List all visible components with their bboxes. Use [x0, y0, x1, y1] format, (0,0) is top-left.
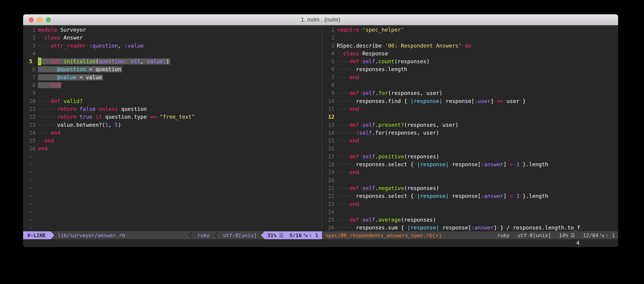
code-token: |response|	[407, 225, 439, 231]
code-token: ·	[121, 43, 124, 49]
code-token: Response	[362, 51, 388, 57]
close-button[interactable]	[29, 17, 34, 22]
code-token: user)	[442, 122, 458, 128]
code-token: ==	[497, 98, 503, 104]
code-line: 25····def·self.average(responses)	[322, 216, 618, 224]
code-token: ·	[60, 35, 64, 41]
code-token: (responses)	[401, 217, 436, 223]
code-token: ·	[398, 43, 401, 49]
code-token: ·	[359, 153, 362, 159]
zoom-button[interactable]	[46, 17, 51, 22]
code-line: 16end	[23, 144, 322, 152]
titlebar[interactable]: 1. nvim . (nvim)	[23, 14, 618, 25]
filetype-label: ruby	[193, 231, 214, 239]
line-number-icon: LN	[600, 233, 604, 238]
empty-buffer-line: ~	[23, 224, 322, 231]
code-token: ······	[337, 130, 356, 136]
line-number: 15	[328, 137, 334, 144]
code-token: user	[506, 98, 519, 104]
code-token: ·	[86, 43, 89, 49]
code-token: ······	[38, 74, 57, 80]
showcmd-count: 4	[576, 239, 580, 247]
mode-indicator: V-LINE	[23, 231, 51, 239]
code-line: 9····def·self.for(responses,·user)	[322, 89, 618, 97]
code-token: ·	[57, 27, 60, 33]
code-token: {	[404, 98, 407, 104]
code-token: ·	[96, 106, 99, 112]
code-token: @value	[57, 74, 76, 80]
code-text: ····end	[337, 106, 359, 112]
code-text: ······responses.sum·{·|response|·respons…	[337, 225, 580, 231]
code-token: ·	[449, 161, 452, 167]
code-token: }	[500, 225, 503, 231]
left-pane-buffer[interactable]: 1module·Surveyor2··class·Answer3····attr…	[23, 25, 322, 231]
code-token: self	[362, 58, 375, 64]
code-token: ·	[359, 185, 362, 191]
code-token: ·	[401, 98, 404, 104]
code-token: ·	[442, 98, 446, 104]
line-number: 6	[328, 65, 334, 73]
command-line[interactable]: 4	[23, 239, 618, 247]
code-line: 6······@question·=·question	[23, 65, 322, 73]
code-token: ·	[407, 161, 410, 167]
code-token: ······	[337, 66, 356, 72]
statusline-inactive: spec/00_respondents_answers_spec.rb[+] r…	[322, 231, 618, 239]
code-token: ··	[337, 51, 343, 57]
code-token: ····	[337, 90, 350, 96]
line-number: 2	[328, 34, 334, 42]
code-token: =	[80, 74, 83, 80]
code-token: {	[401, 225, 404, 231]
code-token: for	[378, 90, 388, 96]
code-text: ····end	[337, 138, 359, 143]
code-token: nil	[131, 58, 140, 64]
code-token: ·	[462, 43, 465, 49]
code-token: self	[362, 185, 375, 191]
code-line: 7····end	[322, 73, 618, 81]
code-line: 10······responses.find·{·|response|·resp…	[322, 97, 618, 105]
code-text: ··end	[38, 138, 54, 143]
code-line: 14····end	[23, 129, 322, 137]
cursor-block: ·	[38, 57, 41, 65]
code-token: ·	[86, 66, 89, 72]
code-line: 13····def·self.present?(responses,·user)	[322, 121, 618, 129]
code-text: module·Surveyor	[38, 27, 86, 33]
code-text: ··class·Answer	[38, 35, 83, 41]
code-token: ·	[506, 161, 510, 167]
code-token: attr_reader	[51, 43, 86, 49]
code-token: def	[350, 90, 359, 96]
code-text: ····end	[337, 169, 359, 175]
code-token: responses.length.to_f	[513, 225, 580, 231]
code-line: 5····def·self.count(responses)	[322, 57, 618, 65]
code-token: .	[375, 153, 378, 159]
code-token: (	[96, 58, 99, 64]
code-token: ·	[128, 58, 131, 64]
code-token: ·	[513, 193, 516, 199]
code-line: 19····end	[322, 168, 618, 176]
code-token: ····	[337, 169, 350, 175]
code-token: ····	[337, 122, 350, 128]
encoding-label: utf-8[unix]	[219, 231, 261, 239]
right-pane-buffer[interactable]: 1require·'spec_helper'23RSpec.describe·'…	[322, 25, 618, 231]
code-token: '00:	[385, 43, 398, 49]
statusline-row: V-LINE lib/surveyor/answer.rb ruby utf-8…	[23, 231, 618, 239]
code-token: ·	[359, 58, 362, 64]
code-token: class	[44, 35, 60, 41]
code-text: ······return·true·if·question.type·==·"f…	[38, 114, 195, 120]
line-number: 7	[29, 73, 36, 81]
code-token: ·	[83, 74, 86, 80]
code-token: do	[465, 43, 472, 49]
code-token: <	[510, 193, 513, 199]
code-token: ·	[382, 43, 385, 49]
code-token: Answer	[64, 35, 83, 41]
line-number: 13	[29, 121, 36, 129]
line-number: 16	[29, 144, 36, 152]
empty-buffer-line: ~	[23, 192, 322, 200]
code-text: ······responses.find·{·|response|·respon…	[337, 98, 526, 104]
code-line: 17····def·self.positive(responses)	[322, 153, 618, 160]
code-text: ····end	[38, 82, 61, 88]
minimize-button[interactable]	[37, 17, 42, 22]
line-number: 10	[29, 97, 36, 105]
code-token: ==	[150, 114, 156, 120]
code-token: present?	[378, 122, 404, 128]
statusline-spacer	[128, 231, 188, 239]
